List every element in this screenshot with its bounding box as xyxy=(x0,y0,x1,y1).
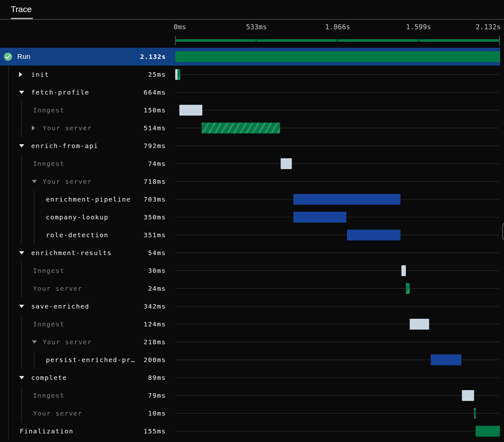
trace-row-your-server[interactable]: Your server10ms xyxy=(0,404,504,422)
span-duration: 351ms xyxy=(0,231,166,239)
span-duration: 124ms xyxy=(0,320,166,328)
trace-rows: Run2.132sinit25msfetch-profile664msInnge… xyxy=(0,48,504,440)
minimap-tick-start xyxy=(175,36,176,45)
span-bar[interactable] xyxy=(347,230,400,240)
tree-guide-line xyxy=(34,190,34,244)
span-duration: 30ms xyxy=(0,267,166,274)
span-bar[interactable] xyxy=(202,123,280,133)
tree-guide-line xyxy=(21,315,22,369)
trace-row-complete[interactable]: complete89ms xyxy=(0,369,504,387)
span-duration: 718ms xyxy=(0,178,166,185)
tree-guide-line xyxy=(34,351,34,369)
span-track xyxy=(175,158,500,169)
span-bar[interactable] xyxy=(175,51,500,62)
timeline-axis: 0ms533ms1.066s1.599s2.132s xyxy=(0,20,504,48)
span-track xyxy=(175,265,500,276)
trace-row-your-server[interactable]: Your server718ms xyxy=(0,173,504,190)
trace-row-init[interactable]: init25ms xyxy=(0,66,504,83)
span-track xyxy=(175,140,500,151)
span-duration: 25ms xyxy=(0,71,166,78)
axis-label-4: 2.132s xyxy=(476,23,501,31)
trace-row-inngest[interactable]: Inngest150ms xyxy=(0,101,504,119)
trace-row-fetch-profile[interactable]: fetch-profile664ms xyxy=(0,83,504,101)
span-track xyxy=(175,283,500,294)
span-bar[interactable] xyxy=(293,194,400,205)
span-track xyxy=(175,87,500,98)
span-duration: 10ms xyxy=(0,410,166,417)
span-track xyxy=(175,390,500,401)
span-duration: 2.132s xyxy=(0,53,166,61)
span-track xyxy=(175,408,500,419)
timeline-minimap[interactable] xyxy=(175,36,500,45)
span-bar[interactable] xyxy=(431,354,461,365)
span-duration: 79ms xyxy=(0,392,166,399)
span-track xyxy=(175,105,500,116)
trace-row-enrichment-pipeline[interactable]: enrichment-pipeline703ms xyxy=(0,190,504,208)
axis-label-1: 533ms xyxy=(246,23,267,31)
tab-trace-underline xyxy=(11,18,33,19)
span-track xyxy=(175,247,500,258)
span-duration: 24ms xyxy=(0,285,166,292)
tab-bar: Trace xyxy=(0,0,504,20)
tree-guide-line xyxy=(21,262,22,297)
span-track xyxy=(175,230,500,240)
span-track xyxy=(175,301,500,312)
span-duration: 664ms xyxy=(0,89,166,96)
span-bar[interactable] xyxy=(401,265,406,276)
axis-label-0: 0ms xyxy=(174,23,186,31)
trace-row-persist-enriched-pr-[interactable]: persist-enriched-pr…200ms xyxy=(0,351,504,369)
span-track xyxy=(175,426,500,437)
trace-row-inngest[interactable]: Inngest124ms xyxy=(0,315,504,333)
span-track xyxy=(175,337,500,347)
tree-guide-line xyxy=(21,387,22,422)
minimap-tick-end xyxy=(499,36,500,45)
tree-guide-line xyxy=(21,101,22,137)
span-bar-part-1[interactable] xyxy=(177,69,181,80)
trace-row-enrich-from-api[interactable]: enrich-from-api792ms xyxy=(0,137,504,155)
tree-guide-line xyxy=(8,66,9,440)
span-track xyxy=(175,176,500,187)
span-duration: 54ms xyxy=(0,249,166,257)
span-duration: 89ms xyxy=(0,374,166,381)
span-bar[interactable] xyxy=(406,283,410,294)
span-bar[interactable] xyxy=(462,390,474,401)
span-track xyxy=(175,212,500,223)
trace-row-your-server[interactable]: Your server514ms xyxy=(0,119,504,137)
trace-row-inngest[interactable]: Inngest79ms xyxy=(0,387,504,404)
trace-row-role-detection[interactable]: role-detection351ms xyxy=(0,226,504,244)
trace-row-save-enriched[interactable]: save-enriched342ms xyxy=(0,297,504,315)
trace-row-your-server[interactable]: Your server218ms xyxy=(0,333,504,351)
span-bar[interactable] xyxy=(410,319,429,330)
span-bar[interactable] xyxy=(281,158,292,169)
span-duration: 514ms xyxy=(0,124,166,132)
span-bar-part-0[interactable] xyxy=(175,69,177,80)
trace-row-finalization[interactable]: Finalization155ms xyxy=(0,422,504,440)
span-duration: 155ms xyxy=(0,427,166,435)
span-track xyxy=(175,372,500,383)
axis-label-3: 1.599s xyxy=(406,23,431,31)
span-duration: 150ms xyxy=(0,106,166,114)
trace-row-your-server[interactable]: Your server24ms xyxy=(0,280,504,297)
minimap-tick-q3 xyxy=(418,39,419,42)
axis-label-2: 1.066s xyxy=(325,23,350,31)
trace-row-company-lookup[interactable]: company-lookup350ms xyxy=(0,208,504,226)
minimap-tick-q2 xyxy=(337,39,338,42)
trace-row-run[interactable]: Run2.132s xyxy=(0,48,500,66)
span-bar[interactable] xyxy=(179,105,202,116)
span-duration: 342ms xyxy=(0,303,166,310)
minimap-tick-q1 xyxy=(256,39,256,42)
span-track xyxy=(175,319,500,330)
span-duration: 200ms xyxy=(0,356,166,364)
trace-row-enrichment-results[interactable]: enrichment-results54ms xyxy=(0,244,504,262)
tab-trace[interactable]: Trace xyxy=(11,4,32,14)
trace-row-inngest[interactable]: Inngest74ms xyxy=(0,155,504,173)
trace-row-inngest[interactable]: Inngest30ms xyxy=(0,262,504,280)
span-track xyxy=(175,194,500,205)
span-duration: 350ms xyxy=(0,213,166,221)
span-track xyxy=(175,51,500,62)
span-bar[interactable] xyxy=(476,426,500,437)
span-bar[interactable] xyxy=(474,408,476,419)
span-duration: 703ms xyxy=(0,196,166,203)
span-bar[interactable] xyxy=(293,212,346,223)
scroll-indicator[interactable] xyxy=(502,222,504,241)
